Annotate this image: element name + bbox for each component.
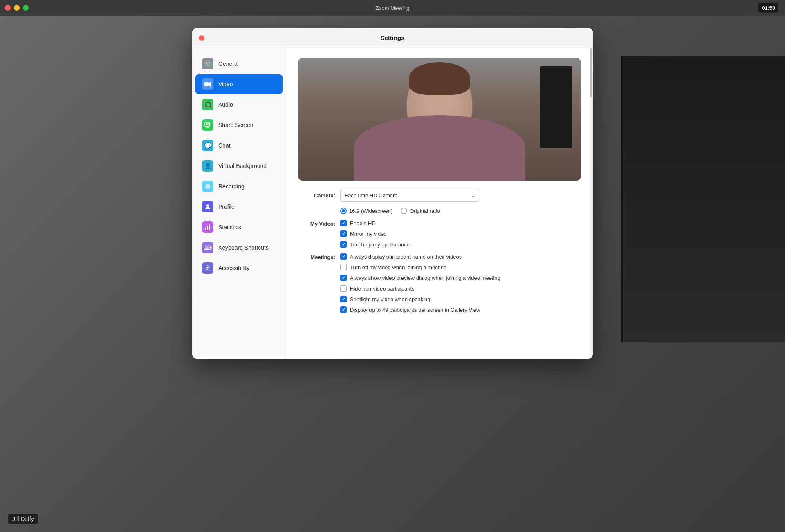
svg-rect-0 (204, 82, 209, 86)
meetings-checkboxes: Always display participant name on their… (340, 253, 500, 313)
modal-title: Settings (380, 34, 404, 41)
checkbox-mirror-video-box[interactable] (340, 230, 347, 237)
checkbox-turn-off-joining-box[interactable] (340, 264, 347, 270)
titlebar: Zoom Meeting 01:58 (0, 0, 785, 16)
checkbox-enable-hd-box[interactable] (340, 220, 347, 226)
close-traffic-light[interactable] (5, 5, 11, 11)
sidebar-label-statistics: Statistics (218, 224, 241, 230)
scrollbar-track[interactable] (590, 48, 593, 359)
sidebar-item-keyboard-shortcuts[interactable]: ⌨ Keyboard Shortcuts (195, 238, 283, 257)
sidebar-label-keyboard-shortcuts: Keyboard Shortcuts (218, 244, 269, 251)
modal-close-button[interactable] (199, 35, 204, 41)
modal-titlebar: Settings (192, 28, 593, 48)
checkbox-turn-off-joining[interactable]: Turn off my video when joining a meeting (340, 264, 500, 270)
checkbox-gallery-49-label: Display up to 49 participants per screen… (350, 307, 480, 313)
svg-rect-9 (205, 228, 206, 230)
general-icon: ⚙️ (202, 58, 213, 69)
svg-point-7 (206, 185, 209, 188)
background-area: Jill Duffy Settings ⚙️ General (0, 16, 785, 532)
camera-select[interactable]: FaceTime HD Camera (340, 189, 479, 202)
checkbox-show-preview[interactable]: Always show video preview dialog when jo… (340, 275, 500, 281)
checkbox-hide-non-video-label: Hide non-video participants (350, 286, 415, 292)
keyboard-shortcuts-icon: ⌨ (202, 242, 213, 253)
checkbox-turn-off-joining-label: Turn off my video when joining a meeting (350, 264, 446, 270)
sidebar-item-profile[interactable]: Profile (195, 197, 283, 217)
radio-original-label: Original ratio (410, 208, 440, 214)
video-settings-content: Camera: FaceTime HD Camera ⌄ 16:9 (Wides… (286, 48, 593, 359)
video-icon (202, 78, 213, 90)
radio-original[interactable]: Original ratio (401, 208, 440, 214)
settings-sidebar: ⚙️ General Video 🎧 Audio (192, 48, 286, 359)
sidebar-label-audio: Audio (218, 101, 233, 108)
svg-rect-11 (209, 224, 210, 230)
sidebar-item-share-screen[interactable]: Share Screen (195, 115, 283, 135)
checkbox-spotlight-box[interactable] (340, 296, 347, 302)
checkbox-spotlight[interactable]: Spotlight my video when speaking (340, 296, 500, 302)
checkbox-display-name-label: Always display participant name on their… (350, 254, 462, 260)
sidebar-item-general[interactable]: ⚙️ General (195, 54, 283, 74)
sidebar-item-virtual-background[interactable]: 👤 Virtual Background (195, 156, 283, 176)
radio-widescreen-input[interactable] (340, 208, 347, 214)
sidebar-label-share-screen: Share Screen (218, 122, 253, 128)
sidebar-label-general: General (218, 60, 239, 67)
scrollbar-thumb[interactable] (590, 48, 592, 97)
checkbox-spotlight-label: Spotlight my video when speaking (350, 296, 431, 302)
accessibility-icon (202, 262, 213, 274)
checkbox-touch-up[interactable]: Touch up my appearance (340, 241, 410, 248)
window-title: Zoom Meeting (375, 5, 409, 11)
checkbox-hide-non-video-box[interactable] (340, 285, 347, 292)
camera-control-row: Camera: FaceTime HD Camera ⌄ (298, 189, 581, 202)
checkbox-gallery-49-box[interactable] (340, 306, 347, 313)
aspect-ratio-group: 16:9 (Widescreen) Original ratio (340, 208, 581, 214)
modal-body: ⚙️ General Video 🎧 Audio (192, 48, 593, 359)
svg-point-12 (207, 265, 209, 267)
radio-widescreen[interactable]: 16:9 (Widescreen) (340, 208, 392, 214)
checkbox-display-name-box[interactable] (340, 253, 347, 260)
sidebar-item-chat[interactable]: 💬 Chat (195, 136, 283, 155)
checkbox-touch-up-box[interactable] (340, 241, 347, 248)
svg-rect-5 (206, 127, 209, 128)
sidebar-label-virtual-background: Virtual Background (218, 163, 267, 169)
svg-rect-4 (207, 126, 209, 127)
minimize-traffic-light[interactable] (14, 5, 20, 11)
traffic-lights (5, 5, 29, 11)
statistics-icon (202, 221, 213, 233)
my-video-section: My Video: Enable HD Mirror my video T (298, 220, 581, 248)
svg-rect-10 (207, 226, 208, 230)
sidebar-item-recording[interactable]: Recording (195, 177, 283, 196)
checkbox-display-name[interactable]: Always display participant name on their… (340, 253, 500, 260)
checkbox-gallery-49[interactable]: Display up to 49 participants per screen… (340, 306, 500, 313)
sidebar-label-accessibility: Accessibility (218, 265, 249, 271)
maximize-traffic-light[interactable] (23, 5, 29, 11)
sidebar-label-chat: Chat (218, 142, 231, 149)
sidebar-item-video[interactable]: Video (195, 74, 283, 94)
share-screen-icon (202, 119, 213, 131)
checkbox-mirror-video[interactable]: Mirror my video (340, 230, 410, 237)
svg-marker-1 (209, 82, 211, 87)
checkbox-mirror-video-label: Mirror my video (350, 231, 387, 237)
checkbox-enable-hd[interactable]: Enable HD (340, 220, 410, 226)
my-video-checkboxes: Enable HD Mirror my video Touch up my ap… (340, 220, 410, 248)
sidebar-item-audio[interactable]: 🎧 Audio (195, 95, 283, 114)
checkbox-show-preview-box[interactable] (340, 275, 347, 281)
checkbox-hide-non-video[interactable]: Hide non-video participants (340, 285, 500, 292)
my-video-label: My Video: (298, 220, 340, 227)
checkbox-show-preview-label: Always show video preview dialog when jo… (350, 275, 500, 281)
sidebar-item-statistics[interactable]: Statistics (195, 217, 283, 237)
camera-label: Camera: (298, 192, 335, 199)
profile-icon (202, 201, 213, 212)
radio-widescreen-label: 16:9 (Widescreen) (349, 208, 392, 214)
sidebar-label-video: Video (218, 81, 233, 87)
radio-original-input[interactable] (401, 208, 407, 214)
chat-icon: 💬 (202, 140, 213, 151)
sidebar-label-profile: Profile (218, 203, 235, 210)
settings-modal: Settings ⚙️ General Video (192, 28, 593, 359)
piano-background (621, 56, 785, 342)
audio-icon: 🎧 (202, 99, 213, 110)
meetings-label: Meetings: (298, 253, 340, 260)
camera-select-wrapper[interactable]: FaceTime HD Camera ⌄ (340, 189, 479, 202)
svg-point-8 (206, 204, 209, 207)
participant-name-badge: Jill Duffy (8, 514, 38, 524)
sidebar-item-accessibility[interactable]: Accessibility (195, 258, 283, 278)
background-furniture (540, 66, 572, 148)
